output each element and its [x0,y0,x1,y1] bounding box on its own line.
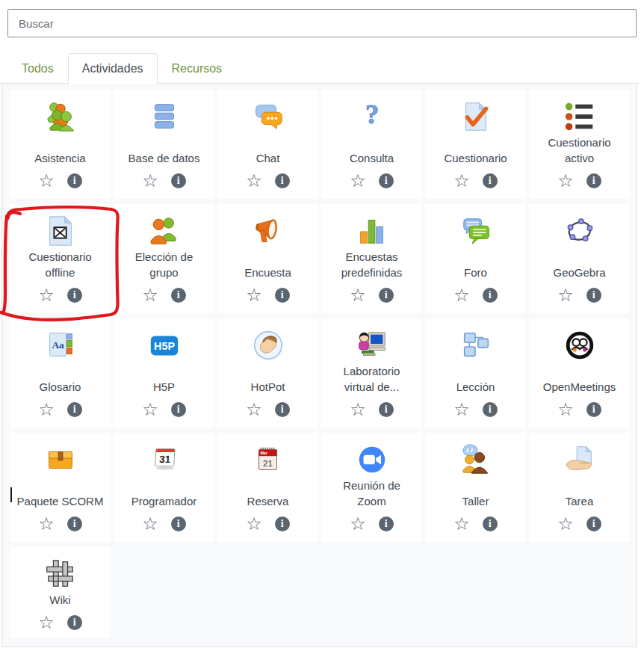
activity-label[interactable]: Cuestionario offline [16,249,105,280]
tab-actividades[interactable]: Actividades [68,53,158,87]
activity-label[interactable]: Programador [131,478,197,509]
star-icon[interactable]: ☆ [142,401,158,419]
activity-label[interactable]: Cuestionario [444,135,507,166]
info-icon[interactable]: i [483,402,498,417]
activity-label[interactable]: Lección [456,363,495,395]
star-icon[interactable]: ☆ [557,172,574,190]
star-icon[interactable]: ☆ [246,401,262,419]
star-icon[interactable]: ☆ [38,515,55,533]
info-icon[interactable]: i [586,173,601,188]
star-icon[interactable]: ☆ [350,286,366,304]
activity-card-tarea[interactable]: Tarea ☆ i [529,433,630,542]
star-icon[interactable]: ☆ [557,401,574,419]
search-input[interactable] [7,9,637,37]
tab-todos[interactable]: Todos [7,53,68,84]
info-icon[interactable]: i [379,402,394,417]
star-icon[interactable]: ☆ [453,401,470,419]
info-icon[interactable]: i [67,173,82,188]
star-icon[interactable]: ☆ [453,515,470,533]
star-icon[interactable]: ☆ [246,286,262,304]
activity-label[interactable]: Wiki [49,592,70,608]
info-icon[interactable]: i [379,516,394,531]
info-icon[interactable]: i [171,516,186,531]
star-icon[interactable]: ☆ [557,515,574,533]
activity-label[interactable]: HotPot [251,363,285,395]
star-icon[interactable]: ☆ [453,286,470,304]
info-icon[interactable]: i [171,173,186,188]
star-icon[interactable]: ☆ [38,614,55,632]
info-icon[interactable]: i [379,288,394,303]
activity-card-taller[interactable]: Taller ☆ i [425,433,526,542]
activity-card-glosario[interactable]: Glosario ☆ i [10,318,111,428]
info-icon[interactable]: i [67,288,82,303]
activity-card-h5p[interactable]: H5P ☆ i [114,318,214,428]
info-icon[interactable]: i [171,402,186,417]
activity-card-paquete-scorm[interactable]: Paquete SCORM ☆ i [10,433,111,542]
star-icon[interactable]: ☆ [142,286,158,304]
activity-card-encuestas-predefinidas[interactable]: Encuestas predefinidas ☆ i [321,204,422,313]
info-icon[interactable]: i [275,516,290,531]
info-icon[interactable]: i [67,402,82,417]
activity-card-reunion-de-zoom[interactable]: Reunión de Zoom ☆ i [321,433,422,542]
activity-label[interactable]: OpenMeetings [543,363,616,395]
info-icon[interactable]: i [379,173,394,188]
activity-label[interactable]: H5P [153,363,175,395]
star-icon[interactable]: ☆ [453,172,470,190]
activity-card-geogebra[interactable]: GeoGebra ☆ i [529,204,630,313]
activity-label[interactable]: Elección de grupo [120,249,208,280]
activity-card-asistencia[interactable]: Asistencia ☆ i [10,90,111,199]
info-icon[interactable]: i [67,516,82,531]
star-icon[interactable]: ☆ [38,286,55,304]
star-icon[interactable]: ☆ [246,172,262,190]
activity-card-leccion[interactable]: Lección ☆ i [425,318,526,428]
activity-label[interactable]: Encuesta [244,249,291,280]
info-icon[interactable]: i [275,288,290,303]
activity-label[interactable]: Cuestionario activo [535,135,624,166]
info-icon[interactable]: i [275,402,290,417]
star-icon[interactable]: ☆ [142,515,158,533]
activity-card-wiki[interactable]: Wiki ☆ i [10,547,111,638]
activity-card-hotpot[interactable]: HotPot ☆ i [217,318,318,428]
activity-card-chat[interactable]: Chat ☆ i [217,90,318,199]
activity-label[interactable]: Reserva [247,478,289,509]
star-icon[interactable]: ☆ [142,172,158,190]
star-icon[interactable]: ☆ [38,172,55,190]
activity-label[interactable]: Laboratorio virtual de... [327,363,416,395]
tab-recursos[interactable]: Recursos [158,53,237,84]
activity-card-database[interactable]: Base de datos ☆ i [114,90,214,199]
activity-card-laboratorio-virtual[interactable]: Laboratorio virtual de... ☆ i [321,318,422,428]
star-icon[interactable]: ☆ [557,286,574,304]
activity-card-cuestionario-activo[interactable]: Cuestionario activo ☆ i [529,90,630,199]
activity-label[interactable]: Asistencia [34,135,85,166]
activity-card-openmeetings[interactable]: OpenMeetings ☆ i [529,318,630,428]
activity-label[interactable]: GeoGebra [553,249,605,280]
info-icon[interactable]: i [171,288,186,303]
star-icon[interactable]: ☆ [350,172,366,190]
star-icon[interactable]: ☆ [38,401,55,419]
activity-card-reserva[interactable]: Reserva ☆ i [217,433,318,542]
activity-label[interactable]: Reunión de Zoom [327,478,416,509]
info-icon[interactable]: i [483,516,498,531]
activity-label[interactable]: Foro [464,249,487,280]
activity-label[interactable]: Tarea [566,478,594,509]
activity-card-cuestionario[interactable]: Cuestionario ☆ i [425,90,526,199]
activity-label[interactable]: Chat [256,135,280,166]
star-icon[interactable]: ☆ [350,515,366,533]
star-icon[interactable]: ☆ [350,401,366,419]
star-icon[interactable]: ☆ [246,515,262,533]
activity-label[interactable]: Glosario [40,363,81,395]
activity-card-cuestionario-offline[interactable]: Cuestionario offline ☆ i [10,204,111,313]
info-icon[interactable]: i [586,288,601,303]
activity-card-programador[interactable]: Programador ☆ i [114,433,214,542]
activity-card-consulta[interactable]: Consulta ☆ i [321,90,422,199]
activity-label[interactable]: Encuestas predefinidas [327,249,416,280]
activity-label[interactable]: Taller [462,478,489,509]
info-icon[interactable]: i [586,516,601,531]
info-icon[interactable]: i [67,615,82,630]
activity-card-eleccion-de-grupo[interactable]: Elección de grupo ☆ i [114,204,214,313]
activity-label[interactable]: Paquete SCORM [17,478,104,509]
info-icon[interactable]: i [483,288,498,303]
activity-label[interactable]: Base de datos [129,135,200,166]
info-icon[interactable]: i [483,173,498,188]
info-icon[interactable]: i [586,402,601,417]
